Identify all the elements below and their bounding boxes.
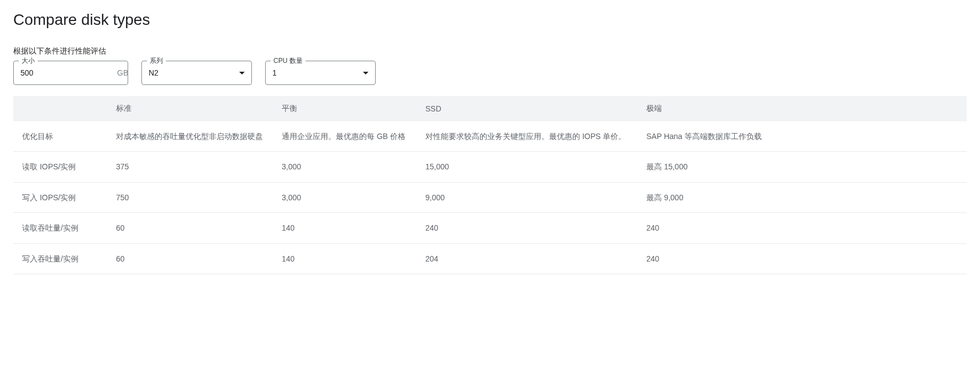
controls-row: 大小 GB 系列 N2 CPU 数量 1 [13,61,967,85]
cell-extreme: 最高 15,000 [637,152,967,182]
cell-extreme: SAP Hana 等高端数据库工作负载 [637,121,967,152]
cell-balanced: 140 [273,213,417,243]
cell-balanced: 140 [273,243,417,274]
cpu-field-label: CPU 数量 [271,56,305,66]
table-row: 写入吞吐量/实例 60 140 204 240 [13,243,967,274]
cell-standard: 375 [107,152,273,182]
header-balanced: 平衡 [273,96,417,121]
cell-extreme: 240 [637,243,967,274]
series-value: N2 [149,68,159,77]
size-input[interactable] [20,68,117,77]
chevron-down-icon [363,72,368,74]
cell-ssd: 对性能要求较高的业务关键型应用。最优惠的 IOPS 单价。 [417,121,637,152]
cell-standard: 750 [107,182,273,212]
cell-standard: 60 [107,213,273,243]
table-row: 优化目标 对成本敏感的吞吐量优化型非启动数据硬盘 通用企业应用。最优惠的每 GB… [13,121,967,152]
cell-balanced: 3,000 [273,182,417,212]
header-ssd: SSD [417,96,637,121]
cpu-value: 1 [272,68,277,77]
cell-balanced: 通用企业应用。最优惠的每 GB 价格 [273,121,417,152]
chevron-down-icon [239,72,245,74]
page-title: Compare disk types [13,11,967,29]
criteria-label: 根据以下条件进行性能评估 [13,46,967,56]
row-label: 优化目标 [13,121,107,152]
table-row: 读取 IOPS/实例 375 3,000 15,000 最高 15,000 [13,152,967,182]
comparison-table: 标准 平衡 SSD 极端 优化目标 对成本敏感的吞吐量优化型非启动数据硬盘 通用… [13,96,967,274]
cell-standard: 60 [107,243,273,274]
row-label: 读取吞吐量/实例 [13,213,107,243]
size-unit: GB [117,68,128,77]
cell-ssd: 15,000 [417,152,637,182]
row-label: 读取 IOPS/实例 [13,152,107,182]
table-row: 写入 IOPS/实例 750 3,000 9,000 最高 9,000 [13,182,967,212]
cell-extreme: 最高 9,000 [637,182,967,212]
cell-ssd: 204 [417,243,637,274]
header-blank [13,96,107,121]
row-label: 写入 IOPS/实例 [13,182,107,212]
cell-ssd: 240 [417,213,637,243]
header-standard: 标准 [107,96,273,121]
series-field-label: 系列 [147,56,166,66]
cell-balanced: 3,000 [273,152,417,182]
cpu-field-wrapper: CPU 数量 1 [265,61,376,85]
size-field-label: 大小 [19,56,38,66]
table-header-row: 标准 平衡 SSD 极端 [13,96,967,121]
size-field-wrapper: 大小 GB [13,61,128,85]
table-row: 读取吞吐量/实例 60 140 240 240 [13,213,967,243]
cell-standard: 对成本敏感的吞吐量优化型非启动数据硬盘 [107,121,273,152]
cell-extreme: 240 [637,213,967,243]
header-extreme: 极端 [637,96,967,121]
cell-ssd: 9,000 [417,182,637,212]
series-field-wrapper: 系列 N2 [141,61,252,85]
row-label: 写入吞吐量/实例 [13,243,107,274]
